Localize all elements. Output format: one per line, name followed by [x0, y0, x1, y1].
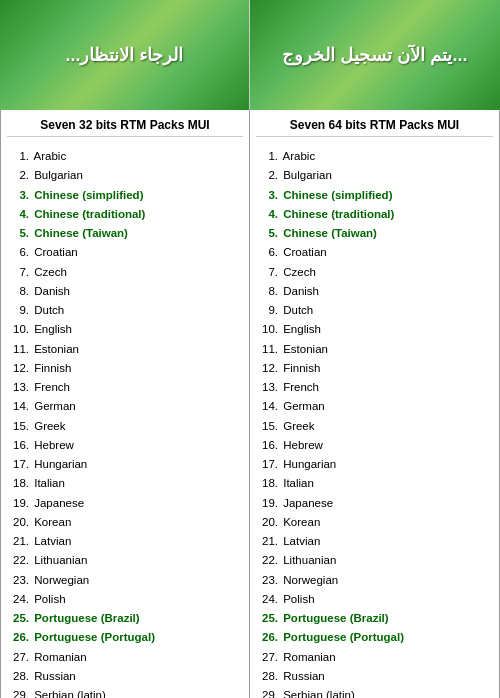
- lang-number: 10.: [256, 321, 278, 338]
- list-item: 1. Arabic: [7, 147, 243, 166]
- lang-name: Estonian: [34, 343, 79, 355]
- list-item: 12. Finnish: [256, 359, 493, 378]
- list-item: 26. Portuguese (Portugal): [256, 628, 493, 647]
- lang-number: 22.: [256, 552, 278, 569]
- list-item: 2. Bulgarian: [256, 166, 493, 185]
- list-item: 7. Czech: [256, 263, 493, 282]
- lang-number: 13.: [7, 379, 29, 396]
- lang-name: German: [34, 400, 76, 412]
- right-banner-text: ...يتم الآن تسجيل الخروج: [277, 39, 472, 71]
- lang-name: Portuguese (Portugal): [283, 631, 404, 643]
- lang-number: 5.: [7, 225, 29, 242]
- list-item: 6. Croatian: [256, 243, 493, 262]
- left-column: Seven 32 bits RTM Packs MUI 1. Arabic2. …: [1, 110, 250, 698]
- list-item: 7. Czech: [7, 263, 243, 282]
- list-item: 11. Estonian: [256, 340, 493, 359]
- list-item: 5. Chinese (Taiwan): [7, 224, 243, 243]
- list-item: 1. Arabic: [256, 147, 493, 166]
- right-language-list: 1. Arabic2. Bulgarian3. Chinese (simplif…: [256, 147, 493, 698]
- lang-name: Croatian: [283, 246, 326, 258]
- lang-name: Croatian: [34, 246, 77, 258]
- lang-number: 4.: [256, 206, 278, 223]
- left-banner-image: الرجاء الانتظار...: [0, 0, 250, 110]
- list-item: 23. Norwegian: [7, 571, 243, 590]
- list-item: 2. Bulgarian: [7, 166, 243, 185]
- lang-name: Portuguese (Brazil): [34, 612, 139, 624]
- lang-name: Serbian (latin): [34, 689, 106, 698]
- lang-name: Greek: [34, 420, 65, 432]
- lang-number: 8.: [256, 283, 278, 300]
- lang-number: 2.: [7, 167, 29, 184]
- list-item: 27. Romanian: [7, 648, 243, 667]
- list-item: 16. Hebrew: [256, 436, 493, 455]
- lang-name: Arabic: [34, 150, 67, 162]
- left-column-header: Seven 32 bits RTM Packs MUI: [7, 118, 243, 137]
- list-item: 17. Hungarian: [256, 455, 493, 474]
- lang-number: 28.: [256, 668, 278, 685]
- lang-number: 29.: [7, 687, 29, 698]
- list-item: 15. Greek: [7, 417, 243, 436]
- list-item: 14. German: [256, 397, 493, 416]
- list-item: 9. Dutch: [256, 301, 493, 320]
- list-item: 11. Estonian: [7, 340, 243, 359]
- lang-name: Czech: [283, 266, 316, 278]
- lang-name: Italian: [34, 477, 65, 489]
- lang-name: Hebrew: [34, 439, 74, 451]
- lang-number: 17.: [7, 456, 29, 473]
- lang-number: 3.: [256, 187, 278, 204]
- lang-name: English: [283, 323, 321, 335]
- lang-number: 27.: [256, 649, 278, 666]
- lang-number: 16.: [256, 437, 278, 454]
- right-column: Seven 64 bits RTM Packs MUI 1. Arabic2. …: [250, 110, 499, 698]
- lang-number: 28.: [7, 668, 29, 685]
- lang-number: 15.: [256, 418, 278, 435]
- list-item: 6. Croatian: [7, 243, 243, 262]
- list-item: 22. Lithuanian: [256, 551, 493, 570]
- lang-number: 20.: [256, 514, 278, 531]
- list-item: 19. Japanese: [256, 494, 493, 513]
- list-item: 13. French: [256, 378, 493, 397]
- lang-name: Bulgarian: [34, 169, 83, 181]
- list-item: 8. Danish: [7, 282, 243, 301]
- lang-name: French: [283, 381, 319, 393]
- lang-number: 15.: [7, 418, 29, 435]
- lang-name: Korean: [283, 516, 320, 528]
- list-item: 28. Russian: [7, 667, 243, 686]
- lang-name: Japanese: [34, 497, 84, 509]
- lang-name: Polish: [34, 593, 65, 605]
- lang-name: Chinese (traditional): [34, 208, 145, 220]
- lang-name: English: [34, 323, 72, 335]
- list-item: 24. Polish: [256, 590, 493, 609]
- lang-name: Norwegian: [34, 574, 89, 586]
- lang-number: 12.: [256, 360, 278, 377]
- list-item: 18. Italian: [256, 474, 493, 493]
- lang-name: Bulgarian: [283, 169, 332, 181]
- lang-number: 26.: [7, 629, 29, 646]
- lang-number: 12.: [7, 360, 29, 377]
- lang-name: Finnish: [283, 362, 320, 374]
- lang-name: Russian: [283, 670, 325, 682]
- lang-number: 23.: [256, 572, 278, 589]
- list-item: 12. Finnish: [7, 359, 243, 378]
- list-item: 28. Russian: [256, 667, 493, 686]
- list-item: 25. Portuguese (Brazil): [7, 609, 243, 628]
- lang-number: 22.: [7, 552, 29, 569]
- left-banner-text: الرجاء الانتظار...: [60, 39, 188, 71]
- lang-number: 13.: [256, 379, 278, 396]
- lang-name: Norwegian: [283, 574, 338, 586]
- lang-number: 7.: [256, 264, 278, 281]
- lang-number: 25.: [256, 610, 278, 627]
- lang-number: 1.: [7, 148, 29, 165]
- list-item: 9. Dutch: [7, 301, 243, 320]
- lang-number: 18.: [256, 475, 278, 492]
- lang-name: Danish: [34, 285, 70, 297]
- lang-name: Hebrew: [283, 439, 323, 451]
- lang-name: Arabic: [283, 150, 316, 162]
- lang-name: Chinese (simplified): [34, 189, 143, 201]
- list-item: 13. French: [7, 378, 243, 397]
- lang-number: 25.: [7, 610, 29, 627]
- lang-number: 9.: [256, 302, 278, 319]
- top-banner: الرجاء الانتظار... ...يتم الآن تسجيل الخ…: [0, 0, 500, 110]
- lang-name: Serbian (latin): [283, 689, 355, 698]
- lang-name: Polish: [283, 593, 314, 605]
